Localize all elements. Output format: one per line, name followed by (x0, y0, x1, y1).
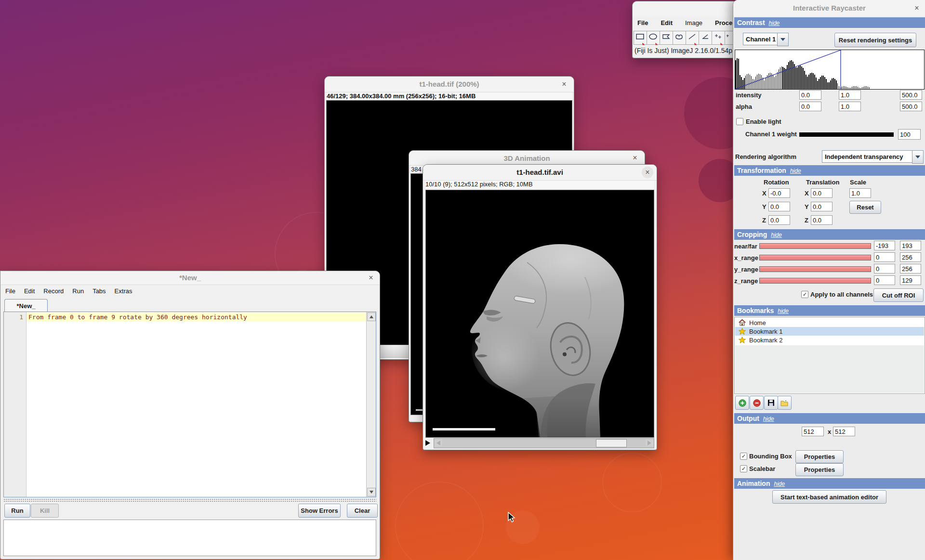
alpha-max-field[interactable] (900, 102, 922, 111)
line-tool-button[interactable] (686, 31, 699, 45)
transformation-hide-link[interactable]: hide (790, 168, 801, 174)
output-width-field[interactable] (802, 427, 824, 436)
yrange-slider[interactable] (759, 266, 871, 272)
cropping-hide-link[interactable]: hide (771, 232, 782, 238)
transform-reset-button[interactable]: Reset (849, 201, 881, 214)
clear-button[interactable]: Clear (347, 504, 378, 518)
xrange-min-field[interactable] (874, 252, 895, 262)
anim3d-titlebar[interactable]: 3D Animation (409, 151, 645, 166)
intensity-mid-field[interactable] (839, 90, 861, 100)
save-bookmarks-button[interactable] (764, 396, 778, 410)
bookmarks-list[interactable]: Home Bookmark 1 Bookmark 2 (734, 317, 925, 394)
editor-menu-edit[interactable]: Edit (24, 287, 35, 295)
rotation-x-field[interactable] (768, 188, 790, 198)
scalebar-checkbox[interactable]: ✓ (740, 465, 747, 472)
nearfar-max-field[interactable] (900, 241, 921, 250)
bounding-box-properties-button[interactable]: Properties (795, 450, 844, 463)
bookmark-item-2[interactable]: Bookmark 2 (735, 336, 924, 344)
cut-off-roi-button[interactable]: Cut off ROI (873, 288, 924, 302)
angle-tool-button[interactable] (699, 31, 712, 45)
anim3d-close-button[interactable]: × (629, 152, 641, 164)
scalebar-properties-button[interactable]: Properties (795, 463, 844, 476)
point-tool-button[interactable] (712, 31, 725, 45)
translation-z-field[interactable] (811, 215, 832, 225)
nearfar-min-field[interactable] (874, 241, 895, 250)
rendering-algorithm-select[interactable]: Independent transparency (822, 150, 915, 163)
apply-all-channels-checkbox[interactable]: ✓ (801, 291, 808, 298)
yrange-min-field[interactable] (874, 264, 895, 273)
intensity-min-field[interactable] (799, 90, 821, 100)
channel-weight-slider[interactable] (799, 132, 894, 137)
enable-light-checkbox[interactable] (736, 118, 743, 125)
rendering-algorithm-arrow[interactable] (912, 150, 924, 164)
editor-menu-extras[interactable]: Extras (115, 287, 132, 295)
scroll-down-button[interactable] (367, 488, 376, 496)
bounding-box-checkbox[interactable]: ✓ (740, 453, 747, 460)
remove-bookmark-button[interactable] (750, 396, 764, 410)
alpha-min-field[interactable] (799, 102, 821, 111)
editor-menu-file[interactable]: File (5, 287, 15, 295)
contrast-hide-link[interactable]: hide (769, 20, 780, 26)
avi-titlebar[interactable]: t1-head.tif.avi (423, 165, 657, 181)
editor-menu-run[interactable]: Run (72, 287, 84, 295)
xrange-slider[interactable] (759, 255, 871, 260)
rectangle-tool-button[interactable] (634, 31, 647, 45)
contrast-histogram[interactable] (735, 50, 925, 90)
oval-tool-button[interactable] (647, 31, 660, 45)
editor-code-area[interactable]: 1 From frame 0 to frame 9 rotate by 360 … (3, 312, 376, 497)
scroll-right-button[interactable] (646, 439, 653, 446)
kill-button[interactable]: Kill (31, 504, 59, 518)
intensity-max-field[interactable] (900, 90, 922, 100)
fiji-menu-image[interactable]: Image (685, 19, 702, 26)
translation-x-field[interactable] (811, 188, 832, 198)
editor-close-button[interactable]: × (365, 272, 377, 284)
editor-tab-new[interactable]: *New_ (4, 299, 48, 312)
channel-select[interactable]: Channel 1 (743, 33, 780, 45)
show-errors-button[interactable]: Show Errors (298, 504, 341, 518)
frame-scrollbar[interactable] (434, 438, 654, 448)
raycaster-titlebar[interactable]: Interactive Raycaster (733, 0, 925, 16)
play-button[interactable] (425, 439, 432, 447)
freehand-tool-button[interactable] (673, 31, 686, 45)
alpha-mid-field[interactable] (839, 102, 861, 111)
start-animation-editor-button[interactable]: Start text-based animation editor (772, 490, 886, 504)
t1head-close-button[interactable]: × (558, 78, 570, 90)
editor-output-console[interactable] (3, 520, 376, 556)
editor-splitter[interactable] (3, 498, 376, 502)
translation-y-field[interactable] (811, 202, 832, 211)
editor-menu-tabs[interactable]: Tabs (92, 287, 106, 295)
fiji-menu-edit[interactable]: Edit (661, 19, 673, 26)
nearfar-slider[interactable] (759, 243, 871, 249)
xrange-max-field[interactable] (900, 252, 921, 262)
output-height-field[interactable] (833, 427, 855, 436)
output-hide-link[interactable]: hide (763, 416, 774, 422)
avi-close-button[interactable]: × (642, 167, 653, 178)
zrange-slider[interactable] (759, 278, 871, 284)
yrange-max-field[interactable] (900, 264, 921, 273)
zrange-min-field[interactable] (874, 275, 895, 285)
bookmark-item-home[interactable]: Home (735, 318, 924, 327)
rotation-y-field[interactable] (768, 202, 790, 211)
editor-titlebar[interactable]: *New_ (0, 271, 380, 285)
animation-hide-link[interactable]: hide (774, 481, 785, 487)
rotation-z-field[interactable] (768, 215, 790, 225)
add-bookmark-button[interactable] (735, 396, 749, 410)
avi-image[interactable] (425, 190, 654, 438)
polygon-tool-button[interactable] (660, 31, 673, 45)
channel-select-arrow[interactable] (777, 33, 789, 46)
run-button[interactable]: Run (4, 504, 30, 518)
editor-menu-record[interactable]: Record (43, 287, 64, 295)
scroll-up-button[interactable] (367, 313, 376, 321)
fiji-menu-file[interactable]: File (637, 19, 648, 26)
channel-weight-field[interactable] (898, 129, 921, 140)
scale-field[interactable] (849, 188, 871, 198)
load-bookmarks-button[interactable] (778, 396, 792, 410)
zrange-max-field[interactable] (900, 275, 921, 285)
editor-vscrollbar[interactable] (366, 312, 376, 497)
t1head-titlebar[interactable]: t1-head.tif (200%) (325, 77, 574, 92)
scroll-left-button[interactable] (435, 439, 442, 446)
bookmark-item-1[interactable]: Bookmark 1 (735, 327, 924, 336)
reset-rendering-button[interactable]: Reset rendering settings (834, 33, 916, 47)
bookmarks-hide-link[interactable]: hide (778, 308, 789, 314)
raycaster-close-button[interactable]: × (911, 2, 923, 14)
